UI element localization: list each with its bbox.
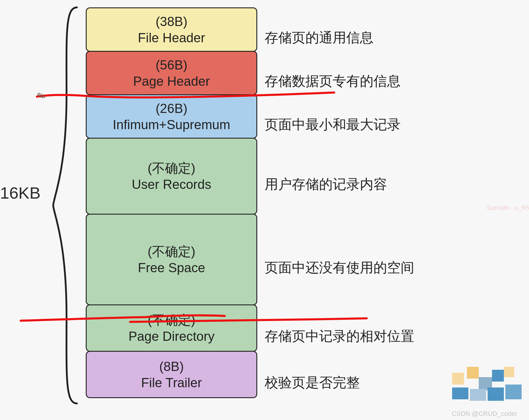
svg-rect-5: [470, 389, 486, 401]
block-file-header: (38B) File Header: [86, 7, 257, 52]
desc-user-records: 用户存储的记录内容: [265, 175, 387, 194]
watermark-right: Samule - u_65: [487, 204, 529, 212]
block-file-trailer: (8B) File Trailer: [86, 351, 257, 398]
block-name: Infimum+Supremum: [113, 116, 230, 133]
pen-icon: ✎: [35, 89, 48, 104]
desc-infimum: 页面中最小和最大记录: [265, 116, 401, 134]
block-size: (不确定): [148, 160, 195, 176]
total-size-label: 16KB: [0, 183, 41, 202]
block-name: Page Directory: [128, 328, 214, 344]
desc-file-header: 存储页的通用信息: [265, 29, 373, 47]
block-name: File Trailer: [141, 374, 202, 391]
watermark-bottom: CSDN @CRUD_coder: [452, 410, 517, 418]
block-size: (8B): [159, 358, 184, 374]
svg-rect-0: [452, 373, 464, 385]
svg-rect-4: [452, 387, 468, 399]
block-infimum-supremum: (26B) Infimum+Supremum: [86, 94, 257, 139]
block-name: User Records: [132, 176, 211, 192]
block-size: (26B): [156, 100, 187, 116]
block-size: (不确定): [148, 312, 195, 328]
svg-rect-7: [505, 385, 522, 399]
block-size: (不确定): [148, 243, 195, 260]
diagram-canvas: 16KB (38B) File Header (56B) Page Header…: [0, 0, 529, 420]
desc-page-header: 存储数据页专有的信息: [265, 72, 401, 90]
desc-free-space: 页面中还没有使用的空间: [265, 259, 414, 277]
svg-rect-1: [467, 367, 479, 379]
block-user-records: (不确定) User Records: [86, 138, 257, 215]
brace-icon: [50, 6, 83, 405]
desc-file-trailer: 校验页是否完整: [265, 374, 360, 392]
desc-page-directory: 存储页中记录的相对位置: [265, 327, 414, 346]
block-page-directory: (不确定) Page Directory: [86, 304, 257, 352]
block-size: (56B): [156, 57, 187, 73]
page-structure-stack: (38B) File Header (56B) Page Header (26B…: [86, 7, 257, 398]
block-name: File Header: [138, 30, 205, 46]
svg-rect-8: [504, 367, 514, 377]
pixel-decoration-icon: [440, 349, 529, 408]
svg-rect-3: [492, 370, 504, 382]
block-name: Page Header: [133, 73, 210, 89]
block-name: Free Space: [138, 260, 205, 276]
block-page-header: (56B) Page Header: [86, 51, 257, 95]
svg-rect-6: [488, 387, 504, 401]
block-size: (38B): [156, 13, 187, 30]
block-free-space: (不确定) Free Space: [86, 214, 257, 305]
